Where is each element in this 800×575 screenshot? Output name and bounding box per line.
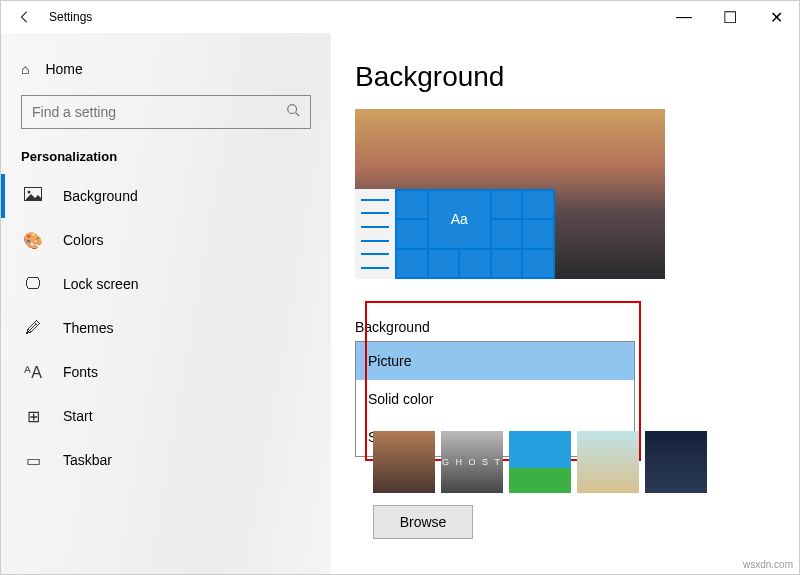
titlebar: Settings — ☐ ✕ [1, 1, 799, 33]
svg-point-0 [288, 105, 297, 114]
maximize-button[interactable]: ☐ [707, 1, 753, 33]
browse-button[interactable]: Browse [373, 505, 473, 539]
nav-item-fonts[interactable]: ᴬA Fonts [17, 350, 315, 394]
palette-icon: 🎨 [23, 231, 43, 250]
dropdown-label: Background [355, 319, 635, 335]
taskbar-icon: ▭ [23, 451, 43, 470]
search-input[interactable] [32, 104, 286, 120]
thumbnail-2[interactable]: G H O S T [441, 431, 503, 493]
nav-item-background[interactable]: Background [17, 174, 315, 218]
nav-label: Background [63, 188, 138, 204]
nav-label: Lock screen [63, 276, 138, 292]
nav-item-taskbar[interactable]: ▭ Taskbar [17, 438, 315, 482]
nav-label: Colors [63, 232, 103, 248]
window-title: Settings [49, 10, 92, 24]
fonts-icon: ᴬA [23, 363, 43, 382]
close-button[interactable]: ✕ [753, 1, 799, 33]
nav-item-lockscreen[interactable]: 🖵 Lock screen [17, 262, 315, 306]
themes-icon: 🖉 [23, 319, 43, 337]
dropdown-option-solid-color[interactable]: Solid color [356, 380, 634, 418]
desktop-preview: Aa [355, 109, 665, 279]
nav-label: Taskbar [63, 452, 112, 468]
thumbnail-5[interactable] [645, 431, 707, 493]
home-label: Home [45, 61, 82, 77]
nav-item-start[interactable]: ⊞ Start [17, 394, 315, 438]
watermark: wsxdn.com [743, 559, 793, 570]
settings-window: Settings — ☐ ✕ ⌂ Home Personalization [0, 0, 800, 575]
nav-item-colors[interactable]: 🎨 Colors [17, 218, 315, 262]
dropdown-option-picture[interactable]: Picture [356, 342, 634, 380]
search-input-container[interactable] [21, 95, 311, 129]
thumbnail-1[interactable] [373, 431, 435, 493]
svg-point-2 [28, 191, 31, 194]
thumbnail-4[interactable] [577, 431, 639, 493]
search-icon [286, 103, 300, 121]
nav-item-themes[interactable]: 🖉 Themes [17, 306, 315, 350]
preview-sample-text: Aa [429, 191, 490, 248]
nav-label: Start [63, 408, 93, 424]
thumbnail-3[interactable] [509, 431, 571, 493]
start-icon: ⊞ [23, 407, 43, 426]
section-header: Personalization [17, 143, 315, 174]
minimize-button[interactable]: — [661, 1, 707, 33]
nav-label: Themes [63, 320, 114, 336]
sidebar: ⌂ Home Personalization Background 🎨 [1, 33, 331, 574]
nav-list: Background 🎨 Colors 🖵 Lock screen 🖉 Them… [17, 174, 315, 482]
nav-label: Fonts [63, 364, 98, 380]
home-link[interactable]: ⌂ Home [17, 53, 315, 85]
home-icon: ⌂ [21, 61, 29, 77]
lockscreen-icon: 🖵 [23, 275, 43, 293]
page-title: Background [355, 61, 775, 93]
picture-thumbnails: G H O S T [373, 431, 707, 493]
back-button[interactable] [9, 1, 41, 33]
picture-icon [23, 187, 43, 205]
